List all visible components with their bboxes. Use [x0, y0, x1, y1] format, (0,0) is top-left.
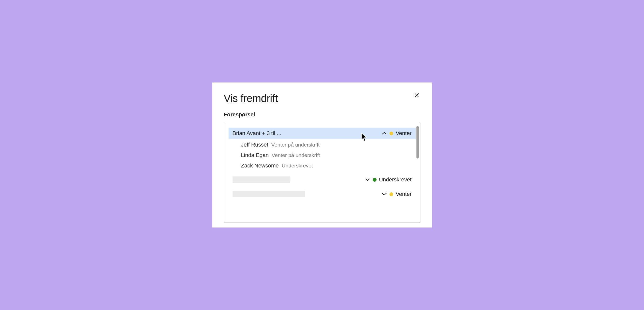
chevron-down-icon[interactable]: [382, 192, 387, 196]
request-row-expanded[interactable]: Brian Avant + 3 til ... Venter: [228, 128, 416, 139]
request-status-group: Venter: [382, 191, 412, 197]
status-label: Venter: [396, 130, 412, 137]
request-status-group: Underskrevet: [365, 176, 412, 183]
request-list: Brian Avant + 3 til ... Venter Jeff: [224, 123, 420, 223]
signer-status: Venter på underskrift: [272, 152, 320, 158]
status-dot-icon: [373, 178, 376, 182]
placeholder-text: [232, 191, 305, 197]
signer-name: Jeff Russet: [241, 142, 268, 148]
scrollbar-thumb[interactable]: [416, 126, 419, 158]
signer-row: Zack Newsome Underskrevet: [241, 160, 416, 171]
placeholder-text: [232, 176, 290, 183]
signer-row: Linda Egan Venter på underskrift: [241, 150, 416, 160]
progress-modal: Vis fremdrift Forespørsel Brian Avant + …: [212, 82, 432, 228]
modal-title: Vis fremdrift: [224, 92, 420, 104]
status-label: Underskrevet: [379, 176, 412, 183]
request-status-group: Venter: [382, 130, 412, 137]
signer-name: Linda Egan: [241, 152, 269, 158]
status-dot-icon: [390, 192, 393, 196]
signer-row: Jeff Russet Venter på underskrift: [241, 140, 416, 150]
chevron-up-icon[interactable]: [382, 132, 387, 135]
request-row-collapsed[interactable]: Underskrevet: [228, 174, 416, 185]
section-label: Forespørsel: [224, 111, 420, 118]
close-button[interactable]: [413, 92, 420, 99]
status-label: Venter: [396, 191, 412, 197]
request-row-collapsed[interactable]: Venter: [228, 188, 416, 200]
status-dot-icon: [390, 132, 393, 135]
request-summary: Brian Avant + 3 til ...: [232, 130, 282, 137]
signer-list: Jeff Russet Venter på underskrift Linda …: [228, 140, 416, 171]
chevron-down-icon[interactable]: [365, 178, 370, 181]
signer-name: Zack Newsome: [241, 162, 279, 169]
close-icon: [414, 92, 420, 99]
signer-status: Underskrevet: [282, 163, 313, 169]
signer-status: Venter på underskrift: [271, 142, 320, 148]
